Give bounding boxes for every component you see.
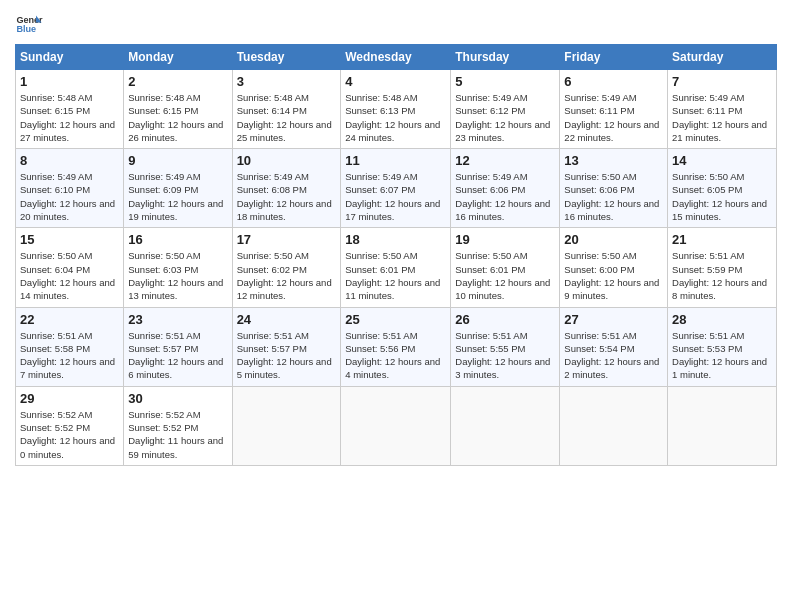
calendar-cell: 2 Sunrise: 5:48 AM Sunset: 6:15 PM Dayli… xyxy=(124,70,232,149)
sunrise-label: Sunrise: 5:48 AM xyxy=(128,92,200,103)
calendar-week-row: 29 Sunrise: 5:52 AM Sunset: 5:52 PM Dayl… xyxy=(16,386,777,465)
sunrise-label: Sunrise: 5:50 AM xyxy=(20,250,92,261)
daylight-label: Daylight: 12 hours and 25 minutes. xyxy=(237,119,332,143)
sunrise-label: Sunrise: 5:50 AM xyxy=(237,250,309,261)
daylight-label: Daylight: 12 hours and 16 minutes. xyxy=(455,198,550,222)
sunrise-label: Sunrise: 5:49 AM xyxy=(237,171,309,182)
daylight-label: Daylight: 12 hours and 1 minute. xyxy=(672,356,767,380)
calendar-cell: 16 Sunrise: 5:50 AM Sunset: 6:03 PM Dayl… xyxy=(124,228,232,307)
sunset-label: Sunset: 5:57 PM xyxy=(128,343,198,354)
calendar-body: 1 Sunrise: 5:48 AM Sunset: 6:15 PM Dayli… xyxy=(16,70,777,466)
day-info: Sunrise: 5:49 AM Sunset: 6:11 PM Dayligh… xyxy=(564,91,663,144)
sunset-label: Sunset: 5:52 PM xyxy=(20,422,90,433)
sunset-label: Sunset: 6:10 PM xyxy=(20,184,90,195)
calendar-week-row: 8 Sunrise: 5:49 AM Sunset: 6:10 PM Dayli… xyxy=(16,149,777,228)
sunrise-label: Sunrise: 5:51 AM xyxy=(237,330,309,341)
calendar-cell: 8 Sunrise: 5:49 AM Sunset: 6:10 PM Dayli… xyxy=(16,149,124,228)
sunset-label: Sunset: 6:15 PM xyxy=(20,105,90,116)
sunset-label: Sunset: 6:11 PM xyxy=(672,105,742,116)
calendar-cell: 23 Sunrise: 5:51 AM Sunset: 5:57 PM Dayl… xyxy=(124,307,232,386)
day-info: Sunrise: 5:49 AM Sunset: 6:10 PM Dayligh… xyxy=(20,170,119,223)
calendar-cell xyxy=(232,386,341,465)
sunrise-label: Sunrise: 5:51 AM xyxy=(564,330,636,341)
sunrise-label: Sunrise: 5:52 AM xyxy=(20,409,92,420)
day-info: Sunrise: 5:48 AM Sunset: 6:15 PM Dayligh… xyxy=(20,91,119,144)
sunrise-label: Sunrise: 5:50 AM xyxy=(128,250,200,261)
calendar-week-row: 1 Sunrise: 5:48 AM Sunset: 6:15 PM Dayli… xyxy=(16,70,777,149)
col-header-sunday: Sunday xyxy=(16,45,124,70)
calendar-cell: 12 Sunrise: 5:49 AM Sunset: 6:06 PM Dayl… xyxy=(451,149,560,228)
sunrise-label: Sunrise: 5:50 AM xyxy=(564,250,636,261)
sunrise-label: Sunrise: 5:51 AM xyxy=(455,330,527,341)
sunrise-label: Sunrise: 5:51 AM xyxy=(128,330,200,341)
sunrise-label: Sunrise: 5:49 AM xyxy=(128,171,200,182)
day-number: 28 xyxy=(672,312,772,327)
calendar-cell: 10 Sunrise: 5:49 AM Sunset: 6:08 PM Dayl… xyxy=(232,149,341,228)
day-number: 27 xyxy=(564,312,663,327)
day-info: Sunrise: 5:50 AM Sunset: 6:01 PM Dayligh… xyxy=(455,249,555,302)
calendar-cell: 24 Sunrise: 5:51 AM Sunset: 5:57 PM Dayl… xyxy=(232,307,341,386)
sunrise-label: Sunrise: 5:51 AM xyxy=(672,330,744,341)
calendar-cell: 20 Sunrise: 5:50 AM Sunset: 6:00 PM Dayl… xyxy=(560,228,668,307)
sunset-label: Sunset: 6:01 PM xyxy=(455,264,525,275)
sunset-label: Sunset: 6:06 PM xyxy=(455,184,525,195)
day-number: 11 xyxy=(345,153,446,168)
day-number: 19 xyxy=(455,232,555,247)
calendar-cell: 27 Sunrise: 5:51 AM Sunset: 5:54 PM Dayl… xyxy=(560,307,668,386)
calendar-cell: 25 Sunrise: 5:51 AM Sunset: 5:56 PM Dayl… xyxy=(341,307,451,386)
sunrise-label: Sunrise: 5:52 AM xyxy=(128,409,200,420)
daylight-label: Daylight: 12 hours and 27 minutes. xyxy=(20,119,115,143)
sunset-label: Sunset: 5:55 PM xyxy=(455,343,525,354)
daylight-label: Daylight: 12 hours and 7 minutes. xyxy=(20,356,115,380)
day-number: 24 xyxy=(237,312,337,327)
day-info: Sunrise: 5:50 AM Sunset: 6:01 PM Dayligh… xyxy=(345,249,446,302)
day-number: 22 xyxy=(20,312,119,327)
sunset-label: Sunset: 6:07 PM xyxy=(345,184,415,195)
col-header-tuesday: Tuesday xyxy=(232,45,341,70)
day-info: Sunrise: 5:50 AM Sunset: 6:06 PM Dayligh… xyxy=(564,170,663,223)
logo-icon: General Blue xyxy=(15,10,43,38)
day-info: Sunrise: 5:50 AM Sunset: 6:00 PM Dayligh… xyxy=(564,249,663,302)
sunset-label: Sunset: 6:13 PM xyxy=(345,105,415,116)
calendar-cell: 13 Sunrise: 5:50 AM Sunset: 6:06 PM Dayl… xyxy=(560,149,668,228)
sunset-label: Sunset: 5:57 PM xyxy=(237,343,307,354)
calendar-week-row: 15 Sunrise: 5:50 AM Sunset: 6:04 PM Dayl… xyxy=(16,228,777,307)
daylight-label: Daylight: 12 hours and 11 minutes. xyxy=(345,277,440,301)
calendar-cell: 30 Sunrise: 5:52 AM Sunset: 5:52 PM Dayl… xyxy=(124,386,232,465)
daylight-label: Daylight: 12 hours and 2 minutes. xyxy=(564,356,659,380)
calendar-cell: 26 Sunrise: 5:51 AM Sunset: 5:55 PM Dayl… xyxy=(451,307,560,386)
sunrise-label: Sunrise: 5:48 AM xyxy=(237,92,309,103)
sunrise-label: Sunrise: 5:51 AM xyxy=(20,330,92,341)
day-info: Sunrise: 5:49 AM Sunset: 6:09 PM Dayligh… xyxy=(128,170,227,223)
day-info: Sunrise: 5:51 AM Sunset: 5:54 PM Dayligh… xyxy=(564,329,663,382)
day-info: Sunrise: 5:50 AM Sunset: 6:04 PM Dayligh… xyxy=(20,249,119,302)
daylight-label: Daylight: 12 hours and 18 minutes. xyxy=(237,198,332,222)
daylight-label: Daylight: 12 hours and 12 minutes. xyxy=(237,277,332,301)
calendar-cell: 6 Sunrise: 5:49 AM Sunset: 6:11 PM Dayli… xyxy=(560,70,668,149)
sunrise-label: Sunrise: 5:49 AM xyxy=(455,92,527,103)
sunset-label: Sunset: 6:12 PM xyxy=(455,105,525,116)
sunset-label: Sunset: 6:05 PM xyxy=(672,184,742,195)
sunrise-label: Sunrise: 5:48 AM xyxy=(345,92,417,103)
calendar-cell: 7 Sunrise: 5:49 AM Sunset: 6:11 PM Dayli… xyxy=(668,70,777,149)
calendar-cell xyxy=(341,386,451,465)
sunrise-label: Sunrise: 5:49 AM xyxy=(345,171,417,182)
day-info: Sunrise: 5:48 AM Sunset: 6:15 PM Dayligh… xyxy=(128,91,227,144)
day-info: Sunrise: 5:51 AM Sunset: 5:59 PM Dayligh… xyxy=(672,249,772,302)
daylight-label: Daylight: 12 hours and 5 minutes. xyxy=(237,356,332,380)
sunrise-label: Sunrise: 5:49 AM xyxy=(20,171,92,182)
sunrise-label: Sunrise: 5:50 AM xyxy=(455,250,527,261)
sunset-label: Sunset: 6:01 PM xyxy=(345,264,415,275)
day-info: Sunrise: 5:49 AM Sunset: 6:11 PM Dayligh… xyxy=(672,91,772,144)
daylight-label: Daylight: 12 hours and 17 minutes. xyxy=(345,198,440,222)
calendar-cell xyxy=(451,386,560,465)
day-number: 1 xyxy=(20,74,119,89)
day-number: 8 xyxy=(20,153,119,168)
sunset-label: Sunset: 6:08 PM xyxy=(237,184,307,195)
day-number: 17 xyxy=(237,232,337,247)
col-header-monday: Monday xyxy=(124,45,232,70)
day-number: 7 xyxy=(672,74,772,89)
daylight-label: Daylight: 12 hours and 24 minutes. xyxy=(345,119,440,143)
day-number: 25 xyxy=(345,312,446,327)
calendar-cell: 21 Sunrise: 5:51 AM Sunset: 5:59 PM Dayl… xyxy=(668,228,777,307)
